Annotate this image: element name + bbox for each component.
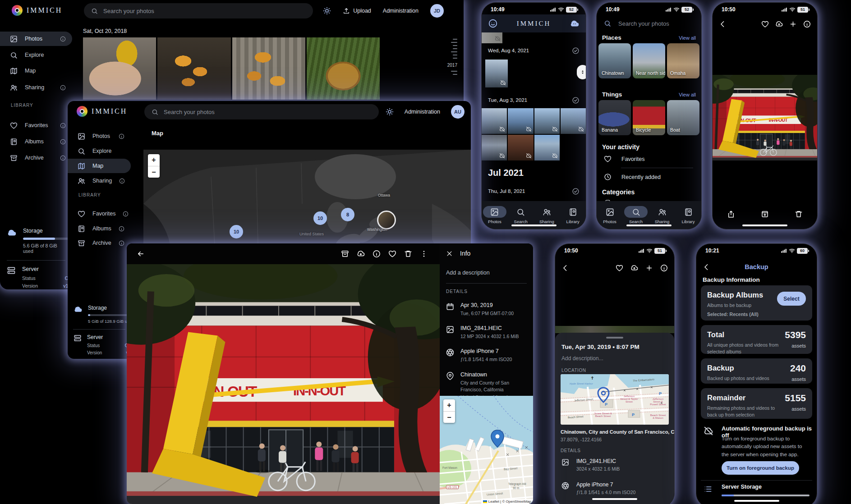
- map-cluster-marker[interactable]: 8: [341, 208, 354, 221]
- map-cluster-marker[interactable]: 10: [230, 225, 243, 238]
- sidebar-item-map[interactable]: Map: [68, 159, 131, 173]
- info-icon[interactable]: [119, 133, 124, 139]
- add-icon[interactable]: [645, 264, 653, 272]
- avatar[interactable]: AU: [451, 105, 465, 119]
- photo-thumbnail[interactable]: [561, 108, 586, 134]
- upload-button[interactable]: Upload: [343, 7, 371, 14]
- backup-avatar-icon[interactable]: [570, 18, 580, 28]
- photo-thumbnail[interactable]: [508, 108, 533, 134]
- info-icon[interactable]: [119, 226, 124, 232]
- select-all-icon[interactable]: [572, 96, 580, 104]
- back-icon[interactable]: [561, 264, 569, 272]
- map-photo-marker[interactable]: [377, 211, 396, 229]
- in-n-out-photo[interactable]: [713, 75, 818, 160]
- place-card[interactable]: Chinatown: [598, 43, 631, 78]
- info-icon[interactable]: [60, 155, 66, 161]
- upload-icon[interactable]: [775, 20, 783, 28]
- info-icon[interactable]: [803, 20, 811, 28]
- photo-thumbnail[interactable]: [232, 37, 305, 100]
- photo-edge[interactable]: [555, 326, 674, 333]
- select-all-icon[interactable]: [572, 188, 580, 195]
- location-mini-map[interactable]: Fort Mason US 101 Bay Street Union Stree…: [440, 396, 533, 504]
- sidebar-item-favorites[interactable]: Favorites: [0, 119, 72, 132]
- zoom-in-button[interactable]: +: [148, 154, 160, 166]
- thing-card[interactable]: Boat: [667, 100, 699, 135]
- administration-link[interactable]: Administration: [405, 109, 440, 115]
- map-cluster-marker[interactable]: 10: [313, 211, 327, 225]
- profile-icon[interactable]: [488, 18, 498, 28]
- photo-thumbnail[interactable]: [534, 135, 560, 160]
- view-all-link[interactable]: View all: [679, 92, 696, 97]
- info-icon[interactable]: [119, 240, 124, 246]
- nav-library[interactable]: Library: [560, 201, 586, 229]
- thing-card[interactable]: Banana: [598, 100, 631, 135]
- scrollbar-thumb[interactable]: [577, 65, 586, 79]
- search-input[interactable]: Search your photos: [597, 17, 701, 30]
- nav-photos[interactable]: Photos: [597, 201, 623, 229]
- sidebar-item-archive[interactable]: Archive: [68, 237, 131, 249]
- drag-handle[interactable]: [606, 337, 623, 339]
- favorites-row[interactable]: Favorites: [597, 155, 701, 163]
- trash-icon[interactable]: [404, 250, 412, 258]
- avatar[interactable]: JD: [430, 4, 444, 18]
- download-icon[interactable]: [357, 250, 365, 258]
- search-input[interactable]: Search your photos: [84, 3, 313, 18]
- sidebar-item-sharing[interactable]: Sharing: [68, 174, 131, 187]
- description-input[interactable]: Add a description: [446, 270, 527, 276]
- place-card[interactable]: Omaha: [667, 43, 699, 78]
- upload-icon[interactable]: [630, 264, 638, 272]
- info-icon[interactable]: [60, 123, 66, 128]
- zoom-in-button[interactable]: +: [443, 399, 455, 411]
- info-icon[interactable]: [119, 178, 125, 184]
- back-icon[interactable]: [719, 20, 727, 28]
- zoom-out-button[interactable]: −: [443, 411, 455, 423]
- select-all-icon[interactable]: [572, 47, 580, 55]
- sidebar-item-favorites[interactable]: Favorites: [68, 207, 131, 220]
- nav-library[interactable]: Library: [675, 201, 701, 229]
- select-button[interactable]: Select: [777, 292, 806, 306]
- sidebar-item-photos[interactable]: Photos: [68, 130, 131, 142]
- map-zoom-control[interactable]: +−: [148, 154, 160, 178]
- sidebar-item-albums[interactable]: Albums: [68, 222, 131, 235]
- sidebar-item-sharing[interactable]: Sharing: [0, 81, 72, 94]
- info-icon[interactable]: [660, 264, 668, 272]
- close-icon[interactable]: [446, 250, 453, 257]
- search-input[interactable]: Search your photos: [144, 104, 379, 119]
- sidebar-item-map[interactable]: Map: [0, 64, 72, 77]
- photo-thumbnail[interactable]: [534, 108, 560, 134]
- sidebar-item-explore[interactable]: Explore: [0, 49, 72, 61]
- archive-icon[interactable]: [341, 250, 349, 258]
- photo-thumbnail[interactable]: [482, 135, 507, 160]
- back-icon[interactable]: [703, 263, 710, 271]
- info-icon[interactable]: [60, 139, 66, 145]
- place-card[interactable]: Near north side: [633, 43, 665, 78]
- thing-card[interactable]: Bicycle: [633, 100, 665, 135]
- info-icon[interactable]: [60, 85, 66, 91]
- photo-thumbnail[interactable]: [482, 108, 507, 134]
- favorite-icon[interactable]: [616, 264, 623, 272]
- photo-thumbnail[interactable]: [485, 60, 508, 87]
- turn-on-foreground-backup-button[interactable]: Turn on foreground backup: [722, 461, 799, 475]
- info-icon[interactable]: [373, 250, 381, 258]
- recently-added-row[interactable]: Recently added: [597, 173, 701, 181]
- in-n-out-photo[interactable]: [127, 264, 440, 504]
- location-map[interactable]: PPP ✝ Hyde Street Harbor Jefferson Stree…: [561, 374, 669, 425]
- sidebar-item-albums[interactable]: Albums: [0, 135, 72, 148]
- info-icon[interactable]: [123, 211, 129, 217]
- timeline-scrubber[interactable]: 2017: [444, 39, 457, 75]
- sidebar-item-explore[interactable]: Explore: [68, 145, 131, 157]
- photo-thumbnail[interactable]: [482, 32, 502, 43]
- theme-toggle-icon[interactable]: [386, 108, 394, 116]
- favorite-icon[interactable]: [388, 250, 396, 258]
- theme-toggle-icon[interactable]: [323, 7, 331, 15]
- nav-photos[interactable]: Photos: [482, 201, 508, 229]
- add-icon[interactable]: [789, 20, 797, 28]
- back-icon[interactable]: [137, 250, 145, 258]
- immich-logo[interactable]: IMMICH: [77, 106, 127, 117]
- photo-thumbnail[interactable]: [307, 37, 380, 100]
- sidebar-item-photos[interactable]: Photos: [0, 32, 72, 46]
- sidebar-item-archive[interactable]: Archive: [0, 151, 72, 164]
- administration-link[interactable]: Administration: [383, 8, 419, 14]
- description-input[interactable]: Add description...: [561, 355, 603, 362]
- favorite-icon[interactable]: [761, 20, 769, 28]
